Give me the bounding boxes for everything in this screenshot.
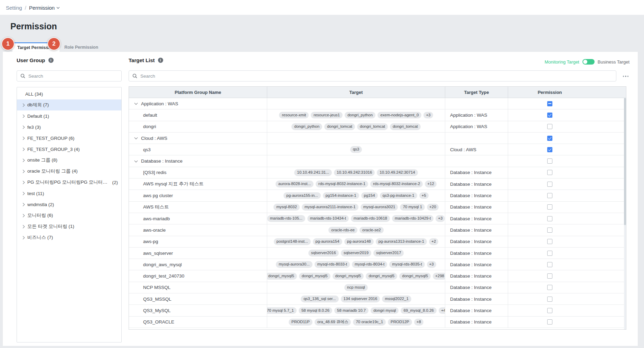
user-group-item[interactable]: 비즈니스 (7) (17, 232, 121, 243)
monitoring-target-label[interactable]: Monitoring Target (545, 59, 579, 65)
user-group-search-input[interactable] (28, 74, 118, 79)
business-target-label[interactable]: Business Target (598, 59, 629, 65)
target-chip: qs3 (350, 146, 362, 153)
chevron-down-icon[interactable] (134, 159, 138, 162)
chevron-down-icon[interactable] (134, 102, 138, 105)
row-name-label: AWS mysql 지표 추가 테스트 (143, 181, 204, 187)
platform-group-name-cell: dongri_aws_mysql (129, 259, 267, 270)
target-chip: dongri mysql (371, 307, 399, 314)
user-group-item[interactable]: oracle 모니터링 그룹 (4) (17, 166, 121, 177)
target-type-cell: Database : Instance (445, 305, 508, 316)
platform-group-name-cell: QS3_MySQL (129, 305, 267, 316)
target-mode-toggle[interactable] (582, 59, 595, 65)
permission-checkbox[interactable] (547, 216, 552, 221)
row-name-label: dongri_test_240730 (143, 273, 184, 279)
breadcrumb-current-menu[interactable]: Permission (29, 5, 59, 11)
permission-checkbox[interactable] (547, 228, 552, 233)
more-targets-chip: +3 (427, 261, 436, 268)
table-row: aws_sqlserver sqlserver2016sqlserver2019… (129, 248, 626, 259)
target-chip: 58 mysql 8.0.26 (299, 307, 332, 314)
row-name-label: aws-pg (143, 239, 158, 244)
target-type-cell (445, 155, 508, 166)
user-group-item[interactable]: FE_TEST_GROUP (6) (17, 133, 121, 144)
chevron-right-icon (21, 158, 25, 162)
target-type-cell: Database : Instance (445, 259, 508, 270)
chevron-right-icon (21, 225, 25, 228)
permission-checkbox[interactable] (547, 113, 552, 118)
permission-checkbox[interactable] (547, 273, 552, 279)
target-chip: mysql-8032 (273, 204, 299, 211)
user-group-item[interactable]: wndmstla (2) (17, 199, 121, 210)
chevron-right-icon (21, 214, 25, 217)
target-chip: PROD11P (289, 319, 312, 326)
platform-group-name-cell: default (129, 109, 267, 120)
target-chip: rds-mysql-8032-instance-2 (370, 181, 423, 187)
permission-cell (508, 224, 626, 235)
chevron-right-icon (21, 236, 25, 239)
breadcrumb-current-label: Permission (29, 5, 55, 11)
permission-checkbox[interactable] (547, 319, 552, 325)
more-dots-icon (623, 76, 624, 77)
annotation-badge-1: 1 (1, 37, 15, 50)
permission-checkbox[interactable] (547, 308, 552, 313)
chevron-right-icon (21, 170, 25, 173)
permission-checkbox[interactable] (547, 170, 552, 175)
permission-checkbox[interactable] (547, 182, 552, 187)
user-group-item[interactable]: FE_TEST_GROUP_3 (4) (17, 144, 121, 155)
target-chip: qs3-pg-instance-1 (380, 192, 417, 199)
target-list-search-input[interactable] (140, 74, 613, 79)
target-cell (267, 133, 445, 144)
page-body: Permission Target Permission Role Permis… (0, 15, 644, 348)
target-type-cell: Database : Instance (445, 282, 508, 293)
target-chip: pg-aurora148 (344, 238, 374, 245)
permission-checkbox[interactable] (547, 239, 552, 244)
table-body: Application : WAS default resource-xmitr… (129, 98, 626, 328)
user-group-item-label: FE_TEST_GROUP (6) (27, 136, 74, 141)
info-icon[interactable] (48, 58, 54, 63)
permission-checkbox[interactable] (547, 285, 552, 290)
table-scrollbar[interactable] (624, 98, 626, 329)
user-group-item[interactable]: fe3 (3) (17, 122, 121, 133)
breadcrumb-setting[interactable]: Setting (6, 5, 22, 11)
permission-checkbox[interactable] (547, 193, 552, 198)
user-group-item-label: oracle 모니터링 그룹 (4) (27, 168, 78, 174)
table-row: aws-oracle oracle-rds-eeoracle-se2 Datab… (129, 224, 626, 236)
platform-group-name-cell: dongri_test_240730 (129, 270, 267, 281)
target-cell: mysql-8032mysql-aurora2111-instance-1mys… (267, 202, 445, 213)
user-group-item[interactable]: 모든 타겟 모니터링 (1) (17, 221, 121, 232)
chevron-down-icon[interactable] (134, 136, 138, 139)
permission-checkbox[interactable] (547, 136, 552, 141)
tab-role-permission[interactable]: Role Permission (59, 42, 103, 52)
row-name-label: aws-mariadb (143, 216, 170, 221)
table-row: qs3 qs3 Cloud : AWS (129, 144, 626, 155)
permission-checkbox[interactable] (547, 124, 552, 129)
user-group-item[interactable]: Default (1) (17, 110, 121, 122)
permission-checkbox[interactable] (547, 101, 552, 106)
user-group-item-label: fe3 (3) (27, 125, 41, 130)
more-options-button[interactable] (620, 73, 631, 79)
user-group-item[interactable]: test (11) (17, 188, 121, 199)
user-group-item[interactable]: db제외 (7) (17, 99, 121, 110)
permission-checkbox[interactable] (547, 297, 552, 302)
annotation-badge-2: 2 (47, 37, 60, 50)
target-chip: pg-aurora154 (313, 238, 342, 245)
table-scrollbar-thumb[interactable] (624, 98, 626, 225)
platform-group-name-cell: aws_sqlserver (129, 248, 267, 259)
target-chip: resource-jeus1 (311, 112, 343, 119)
user-group-item[interactable]: ALL (34) (17, 88, 121, 99)
user-group-item-label: PG 모니터링PG 모니터링PG 모니터링PG 모... (27, 179, 109, 185)
info-icon[interactable] (158, 58, 163, 63)
user-group-item[interactable]: onsite 그룹 (8) (17, 155, 121, 166)
column-header-platform-group-name: Platform Group Name (129, 87, 267, 98)
permission-checkbox[interactable] (547, 147, 552, 152)
platform-group-name-cell: dongri (129, 121, 267, 132)
user-group-item[interactable]: 모니터링 (6) (17, 210, 121, 221)
permission-checkbox[interactable] (547, 262, 552, 267)
permission-checkbox[interactable] (547, 251, 552, 256)
row-name-label: aws-oracle (143, 228, 166, 233)
permission-cell (508, 317, 626, 328)
user-group-item[interactable]: PG 모니터링PG 모니터링PG 모니터링PG 모... (2) (17, 177, 121, 188)
permission-checkbox[interactable] (547, 158, 552, 164)
target-type-cell: Database : Instance (445, 248, 508, 259)
permission-checkbox[interactable] (547, 204, 552, 210)
